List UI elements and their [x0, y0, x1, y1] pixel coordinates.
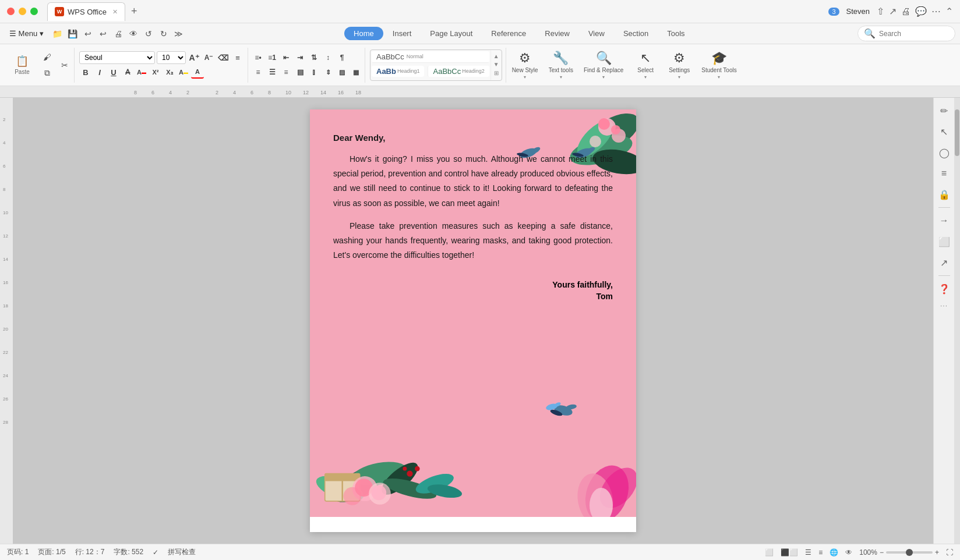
- select-button[interactable]: ↖ Select ▾: [629, 48, 662, 83]
- tab-review[interactable]: Review: [535, 27, 579, 40]
- spell-check-icon[interactable]: ✓: [153, 548, 158, 557]
- view-eye-icon[interactable]: 👁: [845, 548, 852, 557]
- close-button[interactable]: [7, 8, 15, 15]
- sidebar-more[interactable]: ···: [940, 302, 948, 310]
- settings-button[interactable]: ⚙ Settings ▾: [663, 48, 696, 83]
- tab-view[interactable]: View: [579, 27, 614, 40]
- superscript-button[interactable]: X²: [149, 66, 162, 79]
- tab-insert[interactable]: Insert: [383, 27, 421, 40]
- font-family-select[interactable]: Seoul: [79, 51, 155, 64]
- find-replace-button[interactable]: 🔍 Find & Replace ▾: [579, 48, 628, 83]
- view-outline-icon[interactable]: ≡: [818, 548, 823, 557]
- text-tools-button[interactable]: 🔧 Text tools ▾: [544, 48, 578, 83]
- paste-button[interactable]: 📋 Paste: [7, 50, 37, 80]
- new-style-button[interactable]: ⚙ New Style ▾: [507, 48, 543, 83]
- new-tab-button[interactable]: +: [128, 4, 141, 19]
- format-painter-button[interactable]: 🖌: [38, 49, 56, 64]
- share-icon[interactable]: ⇧: [877, 6, 884, 17]
- numbering-button[interactable]: ≡1: [266, 51, 278, 64]
- borders-button[interactable]: ▦: [350, 66, 362, 79]
- scrollbar-thumb[interactable]: [955, 109, 959, 156]
- help-sidebar-icon[interactable]: ❓: [936, 281, 952, 297]
- tab-page-layout[interactable]: Page Layout: [421, 27, 482, 40]
- maximize-button[interactable]: [30, 8, 38, 15]
- more-tools-icon[interactable]: ≫: [172, 27, 186, 41]
- fullscreen-button[interactable]: ⛶: [946, 548, 953, 557]
- lines-sidebar-icon[interactable]: ≡: [936, 165, 952, 182]
- tab-home[interactable]: Home: [344, 27, 383, 40]
- subscript-button[interactable]: X₂: [163, 66, 176, 79]
- share-sidebar-icon[interactable]: ↗: [936, 254, 952, 271]
- comment-icon[interactable]: 💬: [915, 6, 927, 17]
- more-icon[interactable]: ⋯: [931, 6, 941, 17]
- more-font-button[interactable]: ≡: [231, 51, 244, 64]
- clear-format-button[interactable]: ⌫: [217, 51, 230, 64]
- view-reading-icon[interactable]: ☰: [805, 548, 811, 557]
- font-grow-button[interactable]: A⁺: [188, 51, 200, 64]
- style-heading1[interactable]: AaBb Heading1: [372, 66, 424, 77]
- open-icon[interactable]: 📁: [51, 27, 65, 41]
- sort-button[interactable]: ⇅: [308, 51, 320, 64]
- save-icon[interactable]: 💾: [66, 27, 80, 41]
- redo2-icon[interactable]: ↻: [157, 27, 171, 41]
- shape-sidebar-icon[interactable]: ◯: [936, 144, 952, 161]
- font-size-select[interactable]: 10: [157, 51, 186, 64]
- content-area[interactable]: Dear Wendy, How's it going? I miss you s…: [13, 98, 933, 544]
- notification-badge[interactable]: 3: [828, 8, 839, 16]
- cursor-sidebar-icon[interactable]: ↖: [936, 123, 952, 140]
- tab-section[interactable]: Section: [614, 27, 658, 40]
- hamburger-menu[interactable]: ☰ Menu ▾: [5, 27, 48, 40]
- pen-sidebar-icon[interactable]: ✏: [936, 102, 952, 119]
- wps-tab[interactable]: W WPS Office ✕: [47, 2, 125, 21]
- column-button[interactable]: ⫿: [308, 66, 320, 79]
- tab-reference[interactable]: Reference: [482, 27, 535, 40]
- style-scroll-button[interactable]: ▲ ▼ ⊞: [490, 50, 502, 80]
- zoom-plus-button[interactable]: +: [935, 548, 939, 557]
- zoom-slider[interactable]: [886, 551, 933, 554]
- align-right-button[interactable]: ≡: [280, 66, 292, 79]
- collapse-icon[interactable]: ⌃: [945, 6, 953, 17]
- lock-sidebar-icon[interactable]: 🔒: [936, 186, 952, 203]
- vertical-scrollbar[interactable]: [954, 98, 960, 544]
- view-normal-icon[interactable]: ⬜: [765, 548, 774, 557]
- view-double-icon[interactable]: ⬛⬜: [781, 548, 798, 557]
- bold-button[interactable]: B: [79, 66, 92, 79]
- zoom-minus-button[interactable]: −: [880, 548, 884, 557]
- italic-button[interactable]: I: [93, 66, 106, 79]
- increase-indent-button[interactable]: ⇥: [294, 51, 306, 64]
- tab-close-button[interactable]: ✕: [112, 8, 118, 16]
- zoom-slider-thumb[interactable]: [906, 549, 913, 556]
- show-marks-button[interactable]: ¶: [336, 51, 348, 64]
- style-heading2[interactable]: AaBbCc Heading2: [428, 66, 489, 77]
- search-input[interactable]: [879, 30, 949, 38]
- tab-tools[interactable]: Tools: [658, 27, 694, 40]
- student-tools-button[interactable]: 🎓 Student Tools ▾: [697, 48, 741, 83]
- export-icon[interactable]: ↗: [889, 6, 897, 17]
- para-spacing-button[interactable]: ⇕: [322, 66, 334, 79]
- redo-icon[interactable]: ↩: [96, 27, 110, 41]
- copy-button[interactable]: ⧉: [38, 66, 56, 80]
- shading-button[interactable]: ▨: [336, 66, 348, 79]
- undo2-icon[interactable]: ↺: [142, 27, 156, 41]
- box-sidebar-icon[interactable]: ⬜: [936, 233, 952, 250]
- highlight-button[interactable]: A▬: [177, 66, 190, 79]
- font-color-button[interactable]: A▬: [135, 66, 148, 79]
- arrow-sidebar-icon[interactable]: →: [936, 212, 952, 229]
- justify-button[interactable]: ▤: [294, 66, 306, 79]
- font-shrink-button[interactable]: A⁻: [202, 51, 215, 64]
- bullets-button[interactable]: ≡•: [252, 51, 264, 64]
- line-spacing-button[interactable]: ↕: [322, 51, 334, 64]
- cut-button[interactable]: ✂: [57, 58, 72, 72]
- underline-button[interactable]: U: [107, 66, 120, 79]
- text-color-button[interactable]: A: [191, 66, 204, 79]
- align-left-button[interactable]: ≡: [252, 66, 264, 79]
- spell-check-label[interactable]: 拼写检查: [168, 547, 196, 557]
- strikethrough-button[interactable]: A̶: [121, 66, 134, 79]
- decrease-indent-button[interactable]: ⇤: [280, 51, 292, 64]
- style-normal[interactable]: AaBbCc Normal: [372, 51, 489, 63]
- print-icon[interactable]: 🖨: [901, 6, 910, 17]
- print2-icon[interactable]: 🖨: [111, 27, 125, 41]
- undo-icon[interactable]: ↩: [81, 27, 95, 41]
- preview-icon[interactable]: 👁: [126, 27, 140, 41]
- view-web-icon[interactable]: 🌐: [830, 548, 838, 557]
